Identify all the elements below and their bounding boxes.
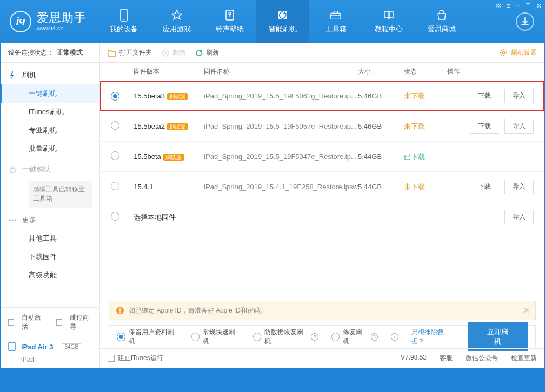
win-extras-icon[interactable]: ✲: [496, 2, 501, 10]
logo: iч 爱思助手 www.i4.cn: [0, 11, 97, 32]
sidebar-item-pro[interactable]: 专业刷机: [1, 121, 99, 139]
flash-opt-radio[interactable]: [117, 333, 125, 341]
apps-games-icon: [171, 9, 183, 21]
sidebar-item-one-key[interactable]: 一键刷机: [1, 84, 99, 103]
nav-tutorial[interactable]: 教程中心: [362, 0, 415, 43]
nav-toolbox[interactable]: 工具箱: [309, 0, 362, 43]
col-action: 操作: [447, 67, 534, 76]
win-close-icon[interactable]: ✕: [536, 2, 542, 10]
auto-activate-label: 自动激活: [22, 313, 44, 331]
col-size: 大小: [358, 67, 404, 76]
device-model: iPad: [1, 356, 99, 368]
sidebar-more-label: 更多: [22, 215, 36, 225]
svg-point-3: [229, 12, 231, 15]
status-prefix: 设备连接状态：: [8, 48, 54, 57]
erase-info-icon[interactable]: i: [391, 333, 398, 341]
skip-guide-checkbox[interactable]: [56, 319, 62, 326]
nav-my-device[interactable]: 我的设备: [97, 0, 150, 43]
main-nav: 我的设备应用游戏铃声壁纸智能刷机工具箱教程中心爱思商城: [97, 0, 468, 43]
svg-point-9: [15, 219, 16, 221]
help-icon[interactable]: ?: [311, 333, 318, 341]
app-version: V7.98.53: [401, 354, 427, 363]
col-status: 状态: [404, 67, 447, 76]
notice-text: 如已绑定 Apple ID，请准备好 Apple ID和密码。: [129, 306, 267, 315]
firmware-radio[interactable]: [111, 92, 119, 101]
lock-icon: [8, 165, 17, 174]
flash-opt-quick[interactable]: 常规快速刷机: [191, 328, 240, 346]
firmware-row[interactable]: 15.5beta3刷试版 iPad_Spring_2019_15.5_19F50…: [100, 81, 544, 111]
flash-icon: [8, 71, 17, 79]
download-manager-icon[interactable]: [516, 12, 534, 31]
status-value: 正常模式: [57, 48, 83, 57]
refresh-button[interactable]: 刷新: [195, 48, 219, 57]
import-button[interactable]: 导入: [504, 89, 534, 103]
flash-opt-radio[interactable]: [331, 333, 340, 341]
refresh-label: 刷新: [206, 48, 219, 57]
sidebar-group-flash[interactable]: 刷机: [1, 66, 99, 84]
svg-rect-15: [119, 308, 121, 311]
flash-opt-radio[interactable]: [191, 333, 200, 341]
sidebar-item-batch[interactable]: 批量刷机: [1, 139, 99, 158]
delete-label: 删除: [172, 48, 185, 57]
notice-close-icon[interactable]: ✕: [523, 306, 530, 315]
help-icon[interactable]: ?: [371, 333, 378, 341]
import-button[interactable]: 导入: [504, 210, 534, 224]
svg-rect-5: [331, 13, 341, 19]
wechat-link[interactable]: 微信公众号: [466, 354, 498, 363]
flash-opt-recover[interactable]: 防数据恢复刷机?: [253, 328, 318, 346]
download-button[interactable]: 下载: [470, 180, 499, 194]
toolbox-icon: [330, 9, 342, 21]
sidebar-group-more[interactable]: 更多: [1, 211, 99, 229]
import-button[interactable]: 导入: [504, 119, 534, 134]
sidebar-group-jailbreak: 一键越狱: [1, 160, 99, 178]
sidebar-item-itunes[interactable]: iTunes刷机: [1, 103, 99, 121]
win-minimize-icon[interactable]: −: [516, 2, 520, 10]
auto-activate-row: 自动激活 跳过向导: [1, 307, 99, 337]
flash-settings-button[interactable]: 刷机设置: [500, 48, 537, 57]
open-folder-button[interactable]: 打开文件夹: [108, 48, 152, 57]
firmware-radio[interactable]: [111, 212, 119, 221]
firmware-radio[interactable]: [111, 151, 119, 160]
firmware-row[interactable]: 选择本地固件 导入: [100, 202, 544, 232]
device-row[interactable]: iPad Air 3 64GB: [1, 337, 99, 356]
nav-store[interactable]: 爱思商城: [415, 0, 468, 43]
sidebar-item-adv[interactable]: 高级功能: [1, 266, 99, 284]
footer-bar: 阻止iTunes运行 V7.98.53 客服 微信公众号 检查更新: [100, 348, 544, 368]
download-button[interactable]: 下载: [470, 89, 499, 103]
device-name: iPad Air 3: [21, 343, 53, 351]
firmware-row[interactable]: 15.5beta2刷试版 iPad_Spring_2019_15.5_19F50…: [100, 111, 544, 142]
svg-point-11: [11, 349, 12, 350]
toolbar: 打开文件夹 删除 刷新 刷机设置: [100, 43, 544, 63]
firmware-row[interactable]: 15.5beta刷试版 iPad_Spring_2019_15.5_19F504…: [100, 142, 544, 172]
auto-activate-checkbox[interactable]: [8, 319, 14, 326]
nav-apps-games[interactable]: 应用游戏: [150, 0, 203, 43]
sidebar-item-other-tools[interactable]: 其他工具: [1, 229, 99, 248]
svg-point-13: [503, 52, 505, 54]
flash-opt-radio[interactable]: [253, 333, 261, 341]
sidebar-item-dl-fw[interactable]: 下载固件: [1, 248, 99, 266]
svg-rect-6: [10, 169, 15, 172]
win-maximize-icon[interactable]: ☐: [525, 2, 531, 10]
flash-opt-keep[interactable]: 保留用户资料刷机: [117, 328, 178, 346]
skip-guide-label: 跳过向导: [70, 313, 92, 331]
tutorial-icon: [383, 9, 395, 21]
flash-opt-repair[interactable]: 修复刷机?: [331, 328, 378, 346]
table-header: 固件版本 固件名称 大小 状态 操作: [100, 63, 544, 81]
flash-now-button[interactable]: 立即刷机: [468, 322, 528, 351]
window-controls: ✲ ≡ − ☐ ✕: [496, 2, 542, 10]
nav-smart-flash[interactable]: 智能刷机: [256, 0, 309, 43]
device-capacity: 64GB: [62, 343, 81, 350]
win-menu-icon[interactable]: ≡: [507, 2, 510, 10]
import-button[interactable]: 导入: [504, 180, 534, 194]
download-button[interactable]: 下载: [470, 119, 499, 134]
block-itunes-checkbox[interactable]: [108, 355, 115, 362]
firmware-radio[interactable]: [111, 182, 119, 190]
support-link[interactable]: 客服: [440, 354, 453, 363]
content-pane: 打开文件夹 删除 刷新 刷机设置 固件版本 固件名称 大小 状态 操作: [100, 43, 544, 368]
firmware-radio[interactable]: [111, 121, 119, 130]
erase-data-link[interactable]: 只想抹除数据？: [411, 328, 455, 346]
brand-name: 爱思助手: [37, 12, 87, 24]
firmware-row[interactable]: 15.4.1 iPad_Spring_2019_15.4.1_19E258_Re…: [100, 172, 544, 202]
check-update-link[interactable]: 检查更新: [511, 354, 537, 363]
nav-ringtones[interactable]: 铃声壁纸: [203, 0, 256, 43]
